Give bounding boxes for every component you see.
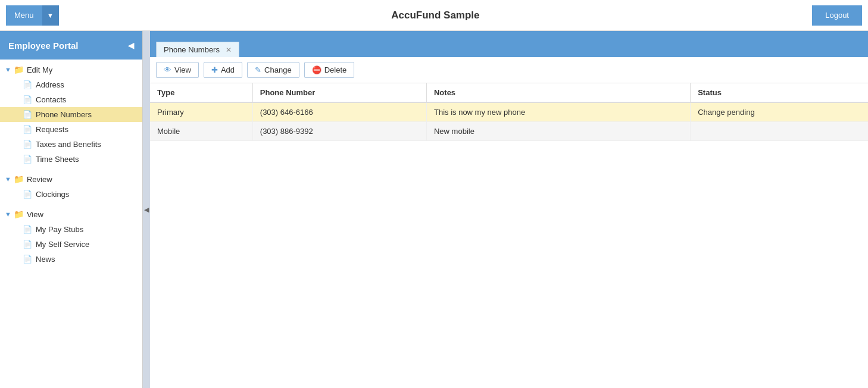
sidebar-item-phone-numbers[interactable]: 📄 Phone Numbers bbox=[0, 107, 142, 122]
doc-icon-taxes-benefits: 📄 bbox=[23, 140, 32, 149]
cell-type-1: Mobile bbox=[150, 122, 252, 141]
col-header-phone: Phone Number bbox=[252, 83, 426, 102]
sidebar-group-view: ▼ 📁 View 📄 My Pay Stubs 📄 My Self Servic… bbox=[0, 204, 142, 269]
sidebar-title: Employee Portal bbox=[8, 40, 79, 51]
sidebar-collapse-icon[interactable]: ◀ bbox=[128, 41, 134, 50]
menu-button-label: Menu bbox=[6, 11, 42, 20]
menu-button-arrow[interactable]: ▼ bbox=[42, 5, 59, 26]
sidebar-group-edit-my: ▼ 📁 Edit My 📄 Address 📄 Contacts 📄 Phone… bbox=[0, 60, 142, 169]
change-button[interactable]: ✎ Change bbox=[247, 62, 299, 78]
delete-button[interactable]: ⛔ Delete bbox=[304, 62, 355, 78]
tab-phone-numbers[interactable]: Phone Numbers ✕ bbox=[156, 42, 239, 57]
expand-arrow-review: ▼ bbox=[5, 176, 11, 183]
delete-icon: ⛔ bbox=[312, 65, 321, 74]
sidebar-item-news[interactable]: 📄 News bbox=[0, 252, 142, 267]
expand-arrow-view: ▼ bbox=[5, 211, 11, 218]
doc-icon-contacts: 📄 bbox=[23, 95, 32, 104]
sidebar-group-label-view: View bbox=[27, 210, 43, 219]
doc-icon-pay-stubs: 📄 bbox=[23, 225, 32, 234]
sidebar-item-label-pay-stubs: My Pay Stubs bbox=[36, 225, 83, 234]
doc-icon-phone-numbers: 📄 bbox=[23, 110, 32, 119]
main-layout: Employee Portal ◀ ▼ 📁 Edit My 📄 Address … bbox=[0, 31, 868, 388]
folder-icon-view: 📁 bbox=[14, 209, 24, 219]
change-icon: ✎ bbox=[255, 65, 261, 74]
data-table-wrapper: Type Phone Number Notes Status Primary(3… bbox=[150, 83, 868, 388]
tab-close-icon[interactable]: ✕ bbox=[226, 46, 232, 54]
table-header-row: Type Phone Number Notes Status bbox=[150, 83, 868, 102]
add-icon: ✚ bbox=[211, 65, 218, 74]
sidebar-item-label-phone-numbers: Phone Numbers bbox=[36, 110, 92, 119]
col-header-type: Type bbox=[150, 83, 252, 102]
sidebar: Employee Portal ◀ ▼ 📁 Edit My 📄 Address … bbox=[0, 31, 143, 388]
sidebar-group-header-review[interactable]: ▼ 📁 Review bbox=[0, 171, 142, 187]
menu-button[interactable]: Menu ▼ bbox=[6, 5, 59, 26]
cell-phone-1: (303) 886-9392 bbox=[252, 122, 426, 141]
sidebar-item-label-news: News bbox=[36, 255, 55, 264]
logout-button[interactable]: Logout bbox=[812, 5, 862, 26]
sidebar-collapse-handle[interactable]: ◀ bbox=[143, 31, 150, 388]
folder-icon-edit-my: 📁 bbox=[14, 65, 24, 74]
add-button[interactable]: ✚ Add bbox=[204, 62, 242, 78]
sidebar-item-label-clockings: Clockings bbox=[36, 190, 69, 199]
sidebar-group-label-edit-my: Edit My bbox=[27, 65, 52, 74]
sidebar-item-address[interactable]: 📄 Address bbox=[0, 77, 142, 92]
table-row[interactable]: Primary(303) 646-6166This is now my new … bbox=[150, 102, 868, 122]
doc-icon-requests: 📄 bbox=[23, 125, 32, 134]
folder-icon-review: 📁 bbox=[14, 174, 24, 184]
sidebar-item-label-contacts: Contacts bbox=[36, 95, 66, 104]
doc-icon-news: 📄 bbox=[23, 255, 32, 264]
col-header-notes: Notes bbox=[426, 83, 690, 102]
tab-label-phone-numbers: Phone Numbers bbox=[164, 45, 220, 54]
sidebar-group-header-view[interactable]: ▼ 📁 View bbox=[0, 206, 142, 222]
add-button-label: Add bbox=[221, 65, 235, 74]
top-bar: Menu ▼ AccuFund Sample Logout bbox=[0, 0, 868, 31]
sidebar-group-label-review: Review bbox=[27, 175, 52, 184]
cell-status-0: Change pending bbox=[691, 102, 868, 122]
doc-icon-time-sheets: 📄 bbox=[23, 155, 32, 164]
sidebar-item-pay-stubs[interactable]: 📄 My Pay Stubs bbox=[0, 222, 142, 237]
cell-status-1 bbox=[691, 122, 868, 141]
cell-phone-0: (303) 646-6166 bbox=[252, 102, 426, 122]
sidebar-item-label-time-sheets: Time Sheets bbox=[36, 155, 79, 164]
sidebar-item-label-requests: Requests bbox=[36, 125, 68, 134]
sidebar-item-clockings[interactable]: 📄 Clockings bbox=[0, 187, 142, 202]
phone-numbers-table: Type Phone Number Notes Status Primary(3… bbox=[150, 83, 868, 141]
sidebar-item-self-service[interactable]: 📄 My Self Service bbox=[0, 237, 142, 252]
sidebar-group-header-edit-my[interactable]: ▼ 📁 Edit My bbox=[0, 62, 142, 77]
app-title: AccuFund Sample bbox=[391, 10, 479, 21]
col-header-status: Status bbox=[691, 83, 868, 102]
view-button[interactable]: 👁 View bbox=[156, 62, 199, 78]
sidebar-item-label-address: Address bbox=[36, 80, 64, 89]
sidebar-item-requests[interactable]: 📄 Requests bbox=[0, 122, 142, 137]
view-icon: 👁 bbox=[164, 65, 171, 74]
sidebar-item-label-taxes-benefits: Taxes and Benefits bbox=[36, 140, 101, 149]
content-area: Phone Numbers ✕ 👁 View ✚ Add ✎ Change ⛔ … bbox=[150, 31, 868, 388]
view-button-label: View bbox=[174, 65, 191, 74]
cell-type-0: Primary bbox=[150, 102, 252, 122]
doc-icon-address: 📄 bbox=[23, 80, 32, 89]
toolbar: 👁 View ✚ Add ✎ Change ⛔ Delete bbox=[150, 57, 868, 83]
tab-bar: Phone Numbers ✕ bbox=[150, 31, 868, 57]
delete-button-label: Delete bbox=[324, 65, 347, 74]
sidebar-group-review: ▼ 📁 Review 📄 Clockings bbox=[0, 169, 142, 204]
table-row[interactable]: Mobile(303) 886-9392New mobile bbox=[150, 122, 868, 141]
sidebar-item-label-self-service: My Self Service bbox=[36, 240, 89, 249]
doc-icon-clockings: 📄 bbox=[23, 190, 32, 199]
sidebar-item-taxes-benefits[interactable]: 📄 Taxes and Benefits bbox=[0, 137, 142, 152]
cell-notes-0: This is now my new phone bbox=[426, 102, 690, 122]
cell-notes-1: New mobile bbox=[426, 122, 690, 141]
sidebar-item-time-sheets[interactable]: 📄 Time Sheets bbox=[0, 152, 142, 167]
sidebar-header: Employee Portal ◀ bbox=[0, 31, 142, 60]
expand-arrow-edit-my: ▼ bbox=[5, 66, 11, 73]
doc-icon-self-service: 📄 bbox=[23, 240, 32, 249]
sidebar-item-contacts[interactable]: 📄 Contacts bbox=[0, 92, 142, 107]
change-button-label: Change bbox=[264, 65, 292, 74]
